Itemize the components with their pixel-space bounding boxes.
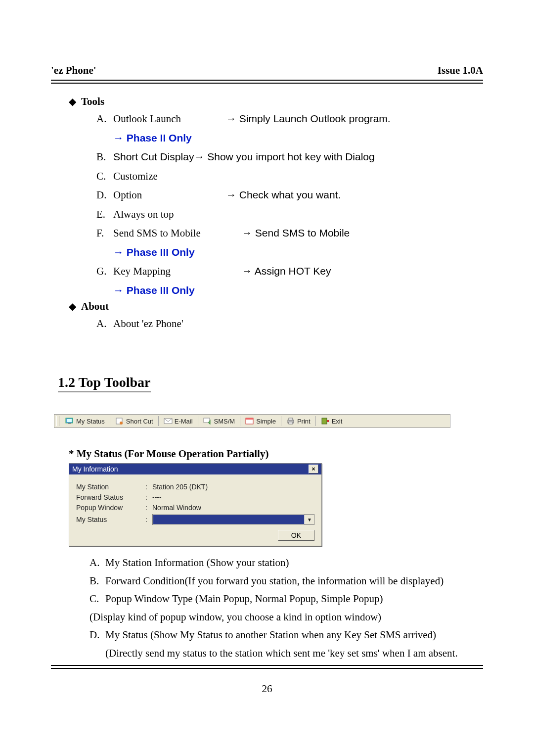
- tools-item-G: G. Key Mapping → Assign HOT Key: [96, 263, 483, 280]
- tools-A-phase: → Phase II Only: [113, 130, 483, 146]
- about-item-A: A. About 'ez Phone': [96, 316, 483, 332]
- dialog-body: My Station : Station 205 (DKT) Forward S…: [69, 474, 321, 546]
- my-status-subheading: * My Status (For Mouse Operation Partial…: [69, 448, 483, 460]
- toolbar-exit-button[interactable]: Exit: [317, 415, 347, 427]
- lower-item-C: C.Popup Window Type (Main Popup, Normal …: [89, 591, 483, 607]
- svg-rect-13: [327, 420, 329, 422]
- diamond-icon: ◆: [69, 95, 76, 107]
- tools-label: Tools: [81, 95, 104, 108]
- value-popup-window: Normal Window: [152, 504, 314, 512]
- top-toolbar: My Status Short Cut E-Mail SMS/M Simple: [54, 414, 450, 428]
- lower-item-A: A.My Station Information (Show your stat…: [89, 555, 483, 571]
- toolbar-print-button[interactable]: Print: [282, 415, 314, 427]
- label-my-status: My Status: [76, 516, 145, 523]
- footer-rule: [51, 665, 483, 669]
- toolbar-simple-button[interactable]: Simple: [241, 415, 280, 427]
- label-popup-window: Popup Window: [76, 504, 145, 512]
- my-information-dialog: My Information × My Station : Station 20…: [69, 463, 322, 546]
- chevron-down-icon[interactable]: ▼: [305, 515, 314, 524]
- page-header: 'ez Phone' Issue 1.0A: [51, 64, 483, 77]
- toolbar-email-button[interactable]: E-Mail: [160, 415, 197, 427]
- svg-point-4: [120, 422, 123, 425]
- diamond-icon: ◆: [69, 300, 76, 312]
- combo-value: [153, 515, 304, 524]
- header-left: 'ez Phone': [51, 64, 96, 77]
- tools-item-D: D. Option → Check what you want.: [96, 187, 483, 203]
- shortcut-icon: [115, 417, 124, 425]
- toolbar-screenshot: My Status Short Cut E-Mail SMS/M Simple: [51, 414, 483, 428]
- tools-F-phase: → Phase III Only: [113, 244, 483, 261]
- toolbar-label: My Status: [76, 418, 105, 425]
- close-button[interactable]: ×: [309, 465, 318, 473]
- toolbar-label: Simple: [256, 418, 276, 425]
- toolbar-separator: [158, 416, 159, 426]
- label-forward-status: Forward Status: [76, 493, 145, 501]
- svg-rect-11: [289, 422, 293, 424]
- monitor-icon: [65, 417, 74, 425]
- lower-item-D: D.My Status (Show My Status to another S…: [89, 627, 483, 643]
- label-my-station: My Station: [76, 483, 145, 491]
- tools-item-B: B. Short Cut Display→ Show you import ho…: [96, 149, 483, 165]
- section-top-toolbar-title: 1.2 Top Toolbar: [58, 375, 151, 392]
- row-my-station: My Station : Station 205 (DKT): [76, 483, 314, 491]
- toolbar-label: Print: [297, 418, 311, 425]
- toolbar-separator: [315, 416, 316, 426]
- close-icon: ×: [312, 466, 315, 472]
- toolbar-label: Exit: [332, 418, 343, 425]
- tools-item-C: C. Customize: [96, 168, 483, 185]
- envelope-icon: [164, 417, 173, 425]
- about-heading: ◆ About: [51, 300, 483, 313]
- my-status-combo[interactable]: ▼: [152, 514, 314, 525]
- tools-item-A: A. Outlook Launch → Simply Launch Outloo…: [96, 111, 483, 127]
- tools-heading: ◆ Tools: [51, 95, 483, 108]
- value-my-station: Station 205 (DKT): [152, 483, 314, 491]
- svg-rect-12: [322, 418, 327, 424]
- exit-icon: [321, 417, 330, 425]
- toolbar-my-status-button[interactable]: My Status: [61, 415, 109, 427]
- svg-rect-10: [289, 418, 293, 420]
- row-popup-window: Popup Window : Normal Window: [76, 504, 314, 512]
- toolbar-label: Short Cut: [126, 418, 153, 425]
- lower-item-B: B.Forward Condition(If you forward you s…: [89, 573, 483, 589]
- toolbar-grip-icon[interactable]: [56, 416, 59, 426]
- tools-list: A. Outlook Launch → Simply Launch Outloo…: [51, 111, 483, 298]
- toolbar-label: E-Mail: [175, 418, 193, 425]
- toolbar-separator: [240, 416, 240, 426]
- tools-G-phase: → Phase III Only: [113, 283, 483, 299]
- row-forward-status: Forward Status : ----: [76, 493, 314, 501]
- window-icon: [245, 417, 254, 425]
- toolbar-separator: [110, 416, 110, 426]
- toolbar-label: SMS/M: [214, 418, 235, 425]
- my-status-description-list: A.My Station Information (Show your stat…: [51, 555, 483, 661]
- svg-rect-1: [67, 419, 72, 422]
- svg-rect-2: [68, 423, 71, 424]
- header-right: Issue 1.0A: [438, 64, 483, 77]
- header-rule: [51, 80, 483, 84]
- lower-par-D: (Directly send my status to the station …: [105, 646, 483, 662]
- tools-item-F: F. Send SMS to Mobile → Send SMS to Mobi…: [96, 225, 483, 241]
- toolbar-separator: [281, 416, 281, 426]
- svg-rect-8: [246, 418, 253, 420]
- lower-par-C: (Display kind of popup window, you choos…: [89, 610, 483, 625]
- row-my-status: My Status : ▼: [76, 514, 314, 525]
- toolbar-short-cut-button[interactable]: Short Cut: [111, 415, 157, 427]
- toolbar-separator: [198, 416, 198, 426]
- tools-item-E: E. Always on top: [96, 206, 483, 223]
- sms-icon: [203, 417, 212, 425]
- dialog-titlebar[interactable]: My Information ×: [69, 464, 321, 474]
- page-number: 26: [51, 683, 483, 695]
- ok-button[interactable]: OK: [278, 530, 314, 541]
- value-forward-status: ----: [152, 493, 314, 501]
- dialog-title: My Information: [72, 465, 118, 473]
- printer-icon: [286, 417, 295, 425]
- toolbar-sms-button[interactable]: SMS/M: [199, 415, 239, 427]
- about-label: About: [81, 300, 109, 313]
